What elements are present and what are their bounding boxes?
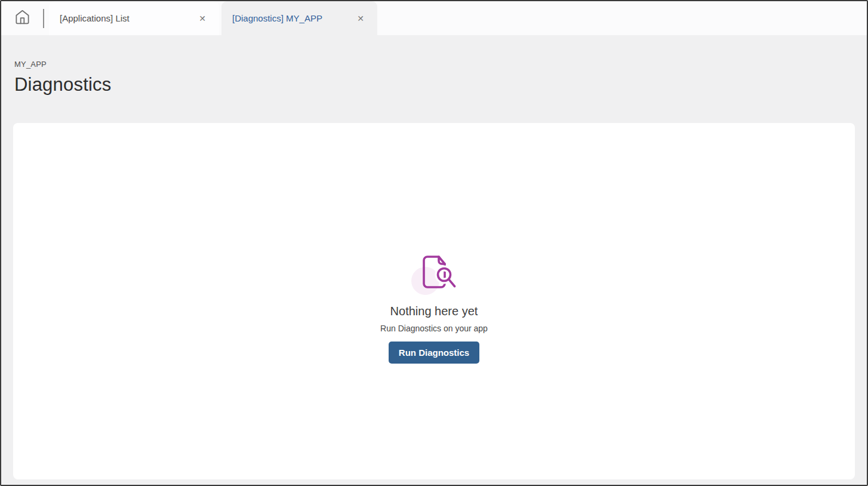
tab-diagnostics-my-app[interactable]: [Diagnostics] MY_APP ✕ xyxy=(221,1,377,35)
empty-state-subtitle: Run Diagnostics on your app xyxy=(380,324,488,333)
tabbar-divider xyxy=(43,9,44,28)
content-card: Nothing here yet Run Diagnostics on your… xyxy=(13,123,855,479)
home-button[interactable] xyxy=(1,1,43,35)
empty-state-title: Nothing here yet xyxy=(390,304,478,318)
close-icon[interactable]: ✕ xyxy=(355,12,367,25)
tab-applications-list[interactable]: [Applications] List ✕ xyxy=(49,1,219,35)
document-search-icon xyxy=(411,256,457,295)
tab-label: [Applications] List xyxy=(60,13,130,23)
tab-bar: [Applications] List ✕ [Diagnostics] MY_A… xyxy=(1,1,867,35)
close-icon[interactable]: ✕ xyxy=(196,12,208,25)
app-window: [Applications] List ✕ [Diagnostics] MY_A… xyxy=(0,0,868,486)
page-header: MY_APP Diagnostics xyxy=(1,35,867,96)
tab-label: [Diagnostics] MY_APP xyxy=(232,13,322,23)
home-icon xyxy=(14,9,30,27)
breadcrumb: MY_APP xyxy=(14,60,867,69)
page-title: Diagnostics xyxy=(14,74,867,96)
run-diagnostics-button[interactable]: Run Diagnostics xyxy=(389,342,479,364)
empty-state: Nothing here yet Run Diagnostics on your… xyxy=(380,239,488,364)
